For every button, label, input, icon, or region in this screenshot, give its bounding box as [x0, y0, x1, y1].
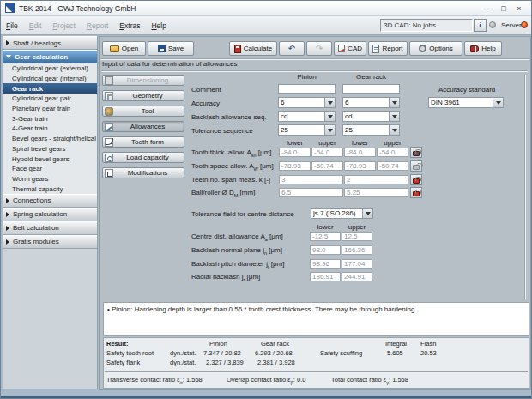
report-button[interactable]: Report — [368, 41, 408, 56]
modifications-button[interactable]: Modifications — [102, 167, 184, 178]
tooth-space-lock-button[interactable] — [410, 160, 422, 172]
info-button[interactable]: i — [474, 19, 487, 32]
result-title: Result: — [106, 340, 128, 348]
ball-roller-lock-button[interactable] — [410, 187, 422, 198]
panel-edge — [524, 75, 526, 299]
title-bar: TBK 2014 - GWJ Technology GmbH – □ × — [1, 1, 531, 16]
radial-backlash-lower-field[interactable]: 136.91 — [310, 272, 341, 281]
menu-help[interactable]: Help — [151, 21, 166, 30]
sidebar-item-thermal-capacity[interactable]: Thermal capacity — [3, 184, 97, 194]
tooth-thick-upper-gear-rack-field[interactable]: -54.0 — [377, 148, 408, 157]
total-contact-ratio: Total contact ratio εγ: 1.558 — [331, 376, 408, 385]
sidebar-item-4-gear-train[interactable]: 4-Gear train — [3, 124, 97, 134]
close-button[interactable]: × — [511, 2, 527, 15]
tooth-space-lower-gear-rack-field[interactable]: -78.93 — [344, 161, 376, 171]
backlash-seq-select-pinion[interactable]: cd — [278, 111, 336, 122]
save-disk-icon — [158, 45, 166, 52]
menu-edit: Edit — [29, 21, 42, 30]
comment-input-gear-rack[interactable] — [342, 84, 400, 94]
safety-scuffing-label: Safety scuffing — [320, 349, 362, 357]
tolerance-seq-select-pinion[interactable]: 25 — [278, 124, 336, 136]
tooth-form-button[interactable]: Tooth form — [102, 136, 184, 148]
centre-dist-upper-field[interactable]: 12.5 — [342, 232, 372, 241]
help-button[interactable]: Help — [464, 41, 502, 56]
dropdown-arrow-icon — [328, 101, 333, 105]
sidebar-section-gear-calculation[interactable]: Gear calculation — [3, 50, 97, 63]
backlash-pitch-lower-field[interactable]: 98.96 — [310, 259, 341, 269]
sidebar-section-spring-calculation[interactable]: Spring calculation — [3, 208, 97, 221]
sidebar-section-connections[interactable]: Connections — [3, 194, 97, 208]
subcol-lower-2: lower — [344, 139, 376, 147]
warning-box: • Pinion: Hardening depth is larger than… — [103, 302, 529, 336]
sidebar-item-worm-gears[interactable]: Worm gears — [3, 174, 97, 184]
options-gear-icon — [419, 45, 426, 52]
tooth-thick-upper-pinion-field[interactable]: -54.0 — [311, 148, 343, 157]
accuracy-standard-select[interactable]: DIN 3961 — [428, 97, 504, 108]
sidebar-section-gratis-modules[interactable]: Gratis modules — [3, 235, 97, 249]
sidebar-item-gear-rack[interactable]: Gear rack — [3, 83, 97, 94]
window-bottom-edge — [1, 396, 531, 398]
save-button[interactable]: Save — [148, 41, 194, 56]
backlash-normal-upper-field[interactable]: 166.36 — [342, 245, 372, 255]
sidebar-item-cylindrical-gear-internal[interactable]: Cylindrical gear (internal) — [3, 74, 97, 84]
sidebar-item-face-gear[interactable]: Face gear — [3, 164, 97, 174]
calculate-button[interactable]: Calculate — [229, 41, 277, 56]
menu-extras[interactable]: Extras — [119, 21, 140, 30]
sidebar-item-cylindrical-gear-pair[interactable]: Cylindrical gear pair — [3, 94, 97, 104]
tooth-space-upper-gear-rack-field[interactable]: -50.74 — [377, 161, 408, 171]
dropdown-arrow-icon — [328, 115, 333, 118]
options-button[interactable]: Options — [409, 41, 462, 56]
teeth-span-meas-label: Teeth no. span meas. k [-] — [191, 176, 270, 185]
safety-flank-pinion-value: 2.327 / 3.839 — [206, 359, 244, 366]
geometry-button[interactable]: Geometry — [102, 90, 184, 101]
sidebar-section-shaft-bearings[interactable]: Shaft / bearings — [3, 36, 97, 50]
tooth-thick-lock-button[interactable] — [410, 147, 422, 158]
teeth-span-pinion-field[interactable]: 3 — [279, 175, 343, 184]
menu-file[interactable]: File — [6, 21, 18, 30]
centre-tolerance-select[interactable]: js 7 (ISO 286) — [311, 208, 373, 219]
tooth-thick-lower-gear-rack-field[interactable]: -84.0 — [344, 148, 376, 157]
teeth-span-gear-rack-field[interactable]: 2 — [344, 175, 408, 184]
help-book-icon — [470, 45, 479, 52]
sidebar-item-cylindrical-gear-external[interactable]: Cylindrical gear (external) — [3, 63, 97, 74]
comment-input-pinion[interactable] — [278, 84, 336, 94]
server-label: Server: — [501, 21, 523, 29]
accuracy-select-pinion[interactable]: 6 — [278, 97, 336, 108]
sidebar-item-3-gear-train[interactable]: 3-Gear train — [3, 113, 97, 124]
teeth-span-lock-button[interactable] — [410, 174, 422, 185]
tooth-thick-lower-pinion-field[interactable]: -84.0 — [279, 148, 311, 157]
allowances-button[interactable]: Allowances — [102, 121, 184, 132]
minimize-button[interactable]: – — [481, 2, 496, 15]
sidebar-section-belt-calculation[interactable]: Belt calculation — [3, 221, 97, 235]
centre-dist-lower-field[interactable]: -12.5 — [310, 232, 341, 241]
backlash-pitch-upper-field[interactable]: 177.04 — [342, 259, 372, 269]
tooth-space-lower-pinion-field[interactable]: -78.93 — [279, 161, 311, 171]
tool-button[interactable]: Tool — [102, 106, 184, 117]
ball-roller-label: Ball/roller Ø DM [mm] — [191, 189, 255, 198]
sidebar-item-planetary-gear-train[interactable]: Planetary gear train — [3, 104, 97, 114]
backlash-seq-select-gear-rack[interactable]: cd — [342, 111, 400, 122]
tooth-space-allow-label: Tooth space allow. AW [μm] — [191, 162, 274, 172]
undo-button[interactable]: ↶ — [279, 41, 305, 56]
tolerance-seq-select-gear-rack[interactable]: 25 — [342, 124, 400, 136]
backlash-normal-lower-field[interactable]: 93.0 — [310, 245, 341, 255]
maximize-button[interactable]: □ — [496, 2, 511, 15]
report-page-icon — [372, 45, 379, 53]
sidebar-item-bevel-gears[interactable]: Bevel gears - straight/helical — [3, 134, 97, 144]
sidebar-item-hypoid-bevel-gears[interactable]: Hypoid bevel gears — [3, 154, 97, 164]
ball-roller-gear-rack-field[interactable]: 5.25 — [344, 188, 408, 197]
sidebar-item-spiral-bevel-gears[interactable]: Spiral bevel gears — [3, 144, 97, 154]
accuracy-select-gear-rack[interactable]: 6 — [342, 97, 400, 108]
ball-roller-pinion-field[interactable]: 6.5 — [279, 188, 343, 197]
dimensioning-icon — [105, 76, 113, 85]
open-button[interactable]: Open — [102, 41, 146, 56]
redo-icon: ↷ — [316, 45, 323, 53]
overlap-contact-ratio: Overlap contact ratio εβ: 0.0 — [227, 376, 305, 385]
dimensioning-button: Dimensioning — [102, 75, 184, 86]
tooth-space-upper-pinion-field[interactable]: -50.74 — [311, 161, 343, 171]
dropdown-arrow-icon — [392, 115, 397, 118]
cad-button[interactable]: CAD — [334, 41, 366, 56]
backlash-normal-label: Backlash normal plane jn [μm] — [191, 246, 282, 256]
load-capacity-button[interactable]: Load capacity — [102, 152, 184, 163]
radial-backlash-upper-field[interactable]: 244.91 — [342, 272, 372, 281]
